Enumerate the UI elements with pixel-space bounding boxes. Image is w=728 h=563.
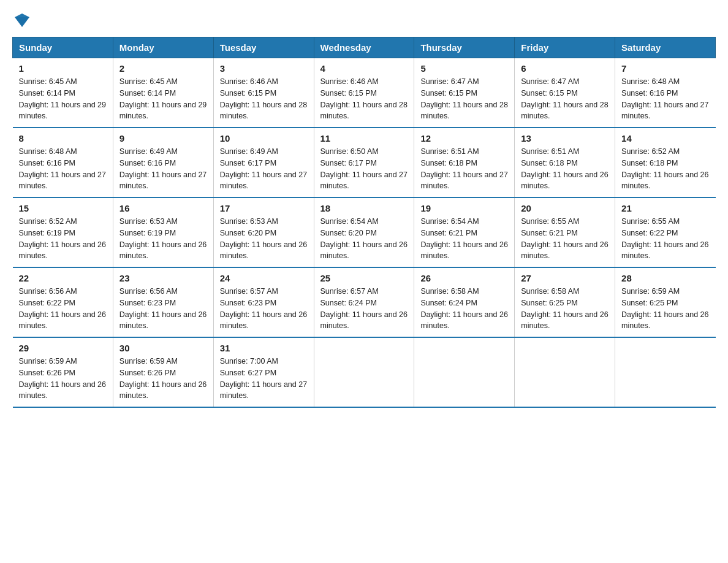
- calendar-cell: 22 Sunrise: 6:56 AMSunset: 6:22 PMDaylig…: [13, 267, 113, 337]
- day-info: Sunrise: 6:51 AMSunset: 6:18 PMDaylight:…: [420, 147, 507, 190]
- calendar-cell: 18 Sunrise: 6:54 AMSunset: 6:20 PMDaylig…: [314, 197, 414, 267]
- logo: [12, 12, 31, 26]
- day-info: Sunrise: 6:45 AMSunset: 6:14 PMDaylight:…: [19, 77, 106, 120]
- header-thursday: Thursday: [414, 37, 515, 58]
- day-info: Sunrise: 6:48 AMSunset: 6:16 PMDaylight:…: [19, 147, 106, 190]
- calendar-cell: [414, 337, 515, 407]
- day-number: 22: [19, 273, 107, 283]
- day-info: Sunrise: 6:57 AMSunset: 6:23 PMDaylight:…: [220, 287, 307, 330]
- day-number: 26: [420, 273, 508, 283]
- day-info: Sunrise: 6:49 AMSunset: 6:16 PMDaylight:…: [119, 147, 207, 190]
- calendar-cell: 20 Sunrise: 6:55 AMSunset: 6:21 PMDaylig…: [515, 197, 615, 267]
- calendar-week-row: 8 Sunrise: 6:48 AMSunset: 6:16 PMDayligh…: [13, 128, 716, 197]
- day-number: 17: [220, 203, 308, 213]
- day-info: Sunrise: 6:47 AMSunset: 6:15 PMDaylight:…: [521, 77, 608, 120]
- day-number: 1: [19, 63, 107, 74]
- calendar-cell: 5 Sunrise: 6:47 AMSunset: 6:15 PMDayligh…: [414, 58, 515, 128]
- day-number: 21: [621, 203, 709, 213]
- day-info: Sunrise: 6:54 AMSunset: 6:20 PMDaylight:…: [320, 217, 408, 260]
- day-number: 16: [119, 203, 207, 213]
- day-number: 15: [19, 203, 107, 213]
- page-header: [12, 12, 716, 26]
- day-info: Sunrise: 6:50 AMSunset: 6:17 PMDaylight:…: [320, 147, 408, 190]
- calendar-cell: 1 Sunrise: 6:45 AMSunset: 6:14 PMDayligh…: [13, 58, 113, 128]
- calendar-week-row: 1 Sunrise: 6:45 AMSunset: 6:14 PMDayligh…: [13, 58, 716, 128]
- day-number: 30: [119, 343, 207, 353]
- day-number: 29: [19, 343, 107, 353]
- svg-marker-1: [15, 13, 29, 17]
- day-number: 27: [521, 273, 609, 283]
- day-number: 24: [220, 273, 308, 283]
- day-info: Sunrise: 7:00 AMSunset: 6:27 PMDaylight:…: [220, 357, 307, 400]
- day-number: 18: [320, 203, 408, 213]
- day-number: 31: [220, 343, 308, 353]
- calendar-cell: 31 Sunrise: 7:00 AMSunset: 6:27 PMDaylig…: [213, 337, 314, 407]
- calendar-cell: 4 Sunrise: 6:46 AMSunset: 6:15 PMDayligh…: [314, 58, 414, 128]
- day-info: Sunrise: 6:58 AMSunset: 6:25 PMDaylight:…: [521, 287, 608, 330]
- day-info: Sunrise: 6:58 AMSunset: 6:24 PMDaylight:…: [420, 287, 507, 330]
- calendar-cell: 29 Sunrise: 6:59 AMSunset: 6:26 PMDaylig…: [13, 337, 113, 407]
- calendar-cell: 25 Sunrise: 6:57 AMSunset: 6:24 PMDaylig…: [314, 267, 414, 337]
- day-number: 8: [19, 133, 107, 144]
- calendar-cell: 13 Sunrise: 6:51 AMSunset: 6:18 PMDaylig…: [515, 128, 615, 197]
- calendar-cell: 16 Sunrise: 6:53 AMSunset: 6:19 PMDaylig…: [113, 197, 213, 267]
- calendar-cell: 10 Sunrise: 6:49 AMSunset: 6:17 PMDaylig…: [213, 128, 314, 197]
- day-number: 14: [621, 133, 709, 144]
- calendar-cell: [515, 337, 615, 407]
- day-number: 11: [320, 133, 408, 144]
- day-number: 25: [320, 273, 408, 283]
- day-info: Sunrise: 6:46 AMSunset: 6:15 PMDaylight:…: [220, 77, 307, 120]
- day-number: 2: [119, 63, 207, 74]
- header-monday: Monday: [113, 37, 213, 58]
- header-friday: Friday: [515, 37, 615, 58]
- header-wednesday: Wednesday: [314, 37, 414, 58]
- calendar-week-row: 22 Sunrise: 6:56 AMSunset: 6:22 PMDaylig…: [13, 267, 716, 337]
- calendar-cell: 12 Sunrise: 6:51 AMSunset: 6:18 PMDaylig…: [414, 128, 515, 197]
- day-info: Sunrise: 6:57 AMSunset: 6:24 PMDaylight:…: [320, 287, 408, 330]
- calendar-cell: 21 Sunrise: 6:55 AMSunset: 6:22 PMDaylig…: [615, 197, 716, 267]
- calendar-cell: 11 Sunrise: 6:50 AMSunset: 6:17 PMDaylig…: [314, 128, 414, 197]
- calendar-cell: [615, 337, 716, 407]
- day-info: Sunrise: 6:59 AMSunset: 6:25 PMDaylight:…: [621, 287, 708, 330]
- day-info: Sunrise: 6:55 AMSunset: 6:22 PMDaylight:…: [621, 217, 708, 260]
- day-number: 19: [420, 203, 508, 213]
- day-info: Sunrise: 6:47 AMSunset: 6:15 PMDaylight:…: [420, 77, 507, 120]
- calendar-cell: 24 Sunrise: 6:57 AMSunset: 6:23 PMDaylig…: [213, 267, 314, 337]
- day-info: Sunrise: 6:48 AMSunset: 6:16 PMDaylight:…: [621, 77, 708, 120]
- day-info: Sunrise: 6:45 AMSunset: 6:14 PMDaylight:…: [119, 77, 207, 120]
- calendar-cell: 19 Sunrise: 6:54 AMSunset: 6:21 PMDaylig…: [414, 197, 515, 267]
- day-info: Sunrise: 6:56 AMSunset: 6:22 PMDaylight:…: [19, 287, 106, 330]
- day-info: Sunrise: 6:59 AMSunset: 6:26 PMDaylight:…: [19, 357, 106, 400]
- day-number: 13: [521, 133, 609, 144]
- day-info: Sunrise: 6:56 AMSunset: 6:23 PMDaylight:…: [119, 287, 207, 330]
- calendar-cell: 30 Sunrise: 6:59 AMSunset: 6:26 PMDaylig…: [113, 337, 213, 407]
- header-saturday: Saturday: [615, 37, 716, 58]
- day-number: 4: [320, 63, 408, 74]
- day-info: Sunrise: 6:59 AMSunset: 6:26 PMDaylight:…: [119, 357, 207, 400]
- day-number: 28: [621, 273, 709, 283]
- calendar-header-row: Sunday Monday Tuesday Wednesday Thursday…: [13, 37, 716, 58]
- header-tuesday: Tuesday: [213, 37, 314, 58]
- day-number: 20: [521, 203, 609, 213]
- day-info: Sunrise: 6:46 AMSunset: 6:15 PMDaylight:…: [320, 77, 408, 120]
- day-number: 23: [119, 273, 207, 283]
- day-number: 9: [119, 133, 207, 144]
- day-info: Sunrise: 6:54 AMSunset: 6:21 PMDaylight:…: [420, 217, 507, 260]
- calendar-week-row: 15 Sunrise: 6:52 AMSunset: 6:19 PMDaylig…: [13, 197, 716, 267]
- header-sunday: Sunday: [13, 37, 113, 58]
- calendar-table: Sunday Monday Tuesday Wednesday Thursday…: [12, 37, 716, 408]
- day-info: Sunrise: 6:52 AMSunset: 6:18 PMDaylight:…: [621, 147, 708, 190]
- day-info: Sunrise: 6:55 AMSunset: 6:21 PMDaylight:…: [521, 217, 608, 260]
- day-number: 6: [521, 63, 609, 74]
- calendar-cell: 27 Sunrise: 6:58 AMSunset: 6:25 PMDaylig…: [515, 267, 615, 337]
- day-number: 10: [220, 133, 308, 144]
- svg-marker-0: [15, 17, 29, 27]
- calendar-cell: 14 Sunrise: 6:52 AMSunset: 6:18 PMDaylig…: [615, 128, 716, 197]
- day-number: 12: [420, 133, 508, 144]
- calendar-cell: 23 Sunrise: 6:56 AMSunset: 6:23 PMDaylig…: [113, 267, 213, 337]
- day-info: Sunrise: 6:52 AMSunset: 6:19 PMDaylight:…: [19, 217, 106, 260]
- calendar-cell: 17 Sunrise: 6:53 AMSunset: 6:20 PMDaylig…: [213, 197, 314, 267]
- day-number: 7: [621, 63, 709, 74]
- calendar-cell: 6 Sunrise: 6:47 AMSunset: 6:15 PMDayligh…: [515, 58, 615, 128]
- day-info: Sunrise: 6:51 AMSunset: 6:18 PMDaylight:…: [521, 147, 608, 190]
